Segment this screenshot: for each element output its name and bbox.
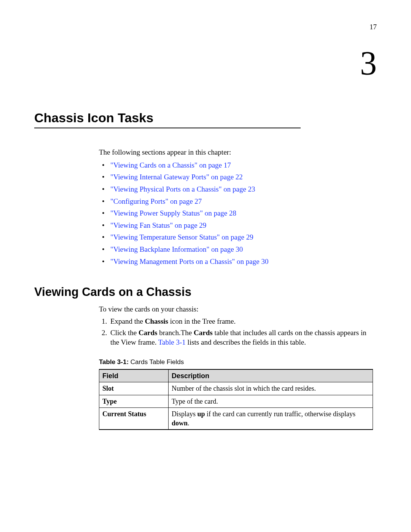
table-caption-label: Table 3-1: <box>99 358 129 366</box>
toc-item: "Viewing Cards on a Chassis" on page 17 <box>99 160 377 170</box>
page: 17 3 Chassis Icon Tasks The following se… <box>0 0 411 453</box>
desc-bold: down <box>172 419 188 427</box>
toc-item: "Viewing Internal Gateway Ports" on page… <box>99 172 377 182</box>
td-field: Type <box>99 395 169 407</box>
step-bold: Cards <box>194 329 213 337</box>
toc-link[interactable]: "Viewing Fan Status" on page 29 <box>110 221 206 229</box>
toc-link[interactable]: "Viewing Management Ports on a Chassis" … <box>110 257 268 265</box>
desc-text: Displays <box>172 410 198 418</box>
td-description: Type of the card. <box>169 395 373 407</box>
section-intro: To view the cards on your chassis: <box>99 304 377 314</box>
table-ref-link[interactable]: Table 3-1 <box>158 338 186 346</box>
toc-item: "Viewing Backplane Information" on page … <box>99 244 377 254</box>
td-description: Number of the chassis slot in which the … <box>169 382 373 395</box>
intro-sentence: The following sections appear in this ch… <box>99 147 377 157</box>
table-row: Current Status Displays up if the card c… <box>99 407 373 430</box>
page-number: 17 <box>34 23 377 31</box>
section-title: Viewing Cards on a Chassis <box>34 285 377 299</box>
desc-bold: up <box>198 410 205 418</box>
step-bold: Chassis <box>145 317 168 325</box>
toc-item: "Configuring Ports" on page 27 <box>99 197 377 206</box>
toc-item: "Viewing Fan Status" on page 29 <box>99 220 377 230</box>
toc-link[interactable]: "Viewing Backplane Information" on page … <box>110 245 243 253</box>
th-description: Description <box>169 369 373 382</box>
chapter-title: Chassis Icon Tasks <box>34 110 377 125</box>
step-item: Expand the Chassis icon in the Tree fram… <box>109 316 377 326</box>
cards-table: Field Description Slot Number of the cha… <box>99 369 373 430</box>
chapter-number: 3 <box>34 46 377 80</box>
chapter-intro-block: The following sections appear in this ch… <box>99 147 377 266</box>
step-item: Click the Cards branch.The Cards table t… <box>109 328 377 347</box>
toc-item: "Viewing Physical Ports on a Chassis" on… <box>99 184 377 194</box>
table-row: Slot Number of the chassis slot in which… <box>99 382 373 395</box>
toc-item: "Viewing Management Ports on a Chassis" … <box>99 257 377 267</box>
th-field: Field <box>99 369 169 382</box>
toc-list: "Viewing Cards on a Chassis" on page 17 … <box>99 160 377 267</box>
toc-link[interactable]: "Viewing Physical Ports on a Chassis" on… <box>110 185 255 193</box>
step-text: branch.The <box>158 329 194 337</box>
toc-link[interactable]: "Viewing Cards on a Chassis" on page 17 <box>110 161 231 169</box>
toc-link[interactable]: "Viewing Internal Gateway Ports" on page… <box>110 173 243 181</box>
desc-text: if the card can currently run traffic, o… <box>205 410 356 418</box>
step-text: Click the <box>110 329 139 337</box>
td-field: Slot <box>99 382 169 395</box>
section-body: To view the cards on your chassis: Expan… <box>99 304 377 430</box>
steps-list: Expand the Chassis icon in the Tree fram… <box>99 316 377 347</box>
step-text: lists and describes the fields in this t… <box>186 338 306 346</box>
table-row: Type Type of the card. <box>99 395 373 407</box>
toc-item: "Viewing Temperature Sensor Status" on p… <box>99 232 377 242</box>
toc-link[interactable]: "Viewing Power Supply Status" on page 28 <box>110 209 236 217</box>
step-text: icon in the Tree frame. <box>168 317 236 325</box>
step-bold: Cards <box>139 329 158 337</box>
table-caption: Table 3-1: Cards Table Fields <box>99 358 377 367</box>
chapter-rule <box>34 128 301 128</box>
step-text: Expand the <box>110 317 145 325</box>
table-header-row: Field Description <box>99 369 373 382</box>
td-description: Displays up if the card can currently ru… <box>169 407 373 430</box>
toc-link[interactable]: "Viewing Temperature Sensor Status" on p… <box>110 233 253 241</box>
td-field: Current Status <box>99 407 169 430</box>
toc-item: "Viewing Power Supply Status" on page 28 <box>99 208 377 218</box>
desc-text: . <box>188 419 190 427</box>
table-caption-text: Cards Table Fields <box>129 358 184 366</box>
toc-link[interactable]: "Configuring Ports" on page 27 <box>110 197 202 205</box>
